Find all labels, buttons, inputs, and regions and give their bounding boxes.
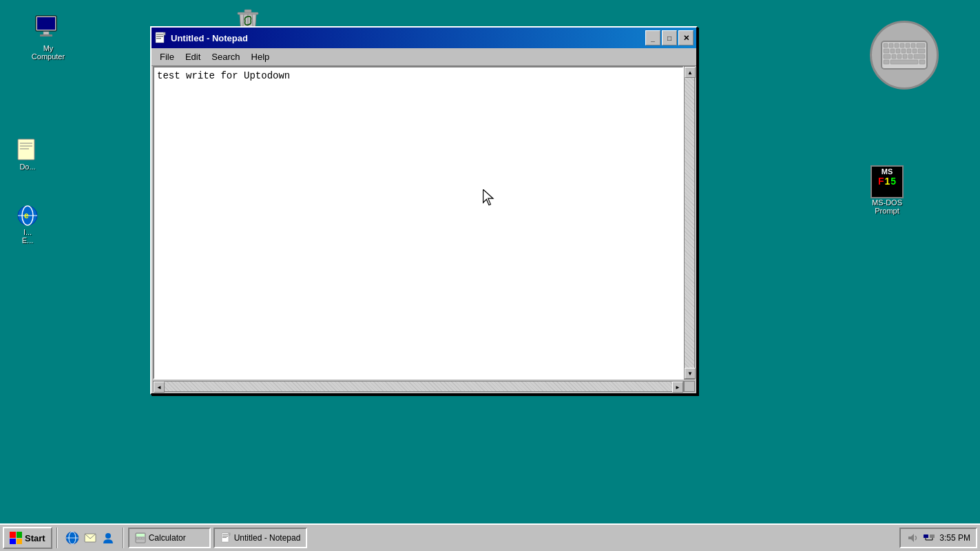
title-bar-buttons: _ □ ✕	[645, 30, 694, 45]
scroll-track-v	[685, 78, 694, 368]
svg-rect-55	[139, 537, 141, 539]
maximize-button[interactable]: □	[662, 30, 677, 45]
svg-rect-62	[924, 534, 928, 538]
start-label: Start	[25, 533, 45, 543]
svg-rect-22	[906, 43, 910, 48]
ie-small-icon	[65, 531, 79, 545]
menu-bar: File Edit Search Help	[152, 48, 696, 66]
menu-edit[interactable]: Edit	[180, 50, 206, 63]
quick-launch	[62, 529, 118, 547]
svg-rect-20	[895, 43, 899, 48]
svg-rect-18	[884, 43, 888, 48]
menu-search[interactable]: Search	[206, 50, 245, 63]
taskbar-notepad-button[interactable]: Untitled - Notepad	[213, 528, 308, 548]
taskbar-calculator-button[interactable]: Calculator	[128, 528, 211, 548]
svg-rect-32	[884, 54, 890, 59]
scrollbar-horizontal[interactable]: ◄ ►	[153, 381, 684, 392]
svg-rect-27	[896, 49, 900, 53]
scroll-right-button[interactable]: ►	[672, 382, 683, 393]
svg-rect-36	[908, 54, 913, 59]
svg-rect-43	[156, 36, 163, 37]
svg-rect-24	[917, 43, 925, 48]
svg-rect-61	[229, 533, 230, 535]
svg-rect-9	[18, 139, 34, 160]
svg-rect-39	[890, 60, 918, 64]
msdos-ms-text: MS	[882, 168, 893, 176]
ie-label: I...E...	[22, 228, 34, 245]
svg-rect-2	[43, 32, 49, 34]
documents-icon	[15, 138, 40, 163]
msdos-icon-img: MS F15	[870, 165, 904, 198]
calculator-icon	[135, 532, 146, 543]
start-button[interactable]: Start	[3, 527, 52, 549]
svg-rect-26	[890, 49, 895, 53]
svg-rect-1	[37, 17, 55, 30]
svg-rect-60	[222, 537, 227, 538]
svg-rect-45	[164, 32, 165, 35]
notepad-text: test write for Uptodown	[157, 70, 290, 81]
msdos-logo: F15	[878, 176, 896, 187]
svg-rect-28	[901, 49, 906, 53]
svg-rect-7	[238, 12, 258, 14]
ie-icon: e	[15, 203, 40, 228]
svg-rect-31	[918, 49, 925, 53]
svg-rect-8	[244, 10, 251, 12]
svg-rect-59	[222, 536, 228, 537]
mail-icon	[83, 531, 97, 545]
scrollbar-corner	[684, 381, 695, 392]
notepad-textarea[interactable]: test write for Uptodown	[153, 66, 684, 380]
title-bar: Untitled - Notepad _ □ ✕	[152, 28, 696, 48]
menu-file[interactable]: File	[154, 50, 180, 63]
taskbar: Start	[0, 523, 980, 551]
svg-rect-63	[930, 534, 935, 538]
quicklaunch-ie-icon[interactable]	[65, 530, 80, 545]
scrollbar-vertical[interactable]: ▲ ▼	[684, 66, 695, 380]
svg-rect-38	[884, 60, 889, 64]
desktop-icon-ie[interactable]: e I...E...	[7, 203, 48, 245]
svg-rect-40	[919, 60, 925, 64]
system-tray: 3:55 PM	[899, 528, 977, 548]
keyboard-svg	[880, 38, 928, 72]
svg-rect-35	[903, 54, 907, 59]
svg-point-51	[105, 533, 111, 539]
mycomputer-icon	[34, 14, 62, 41]
desktop-icon-msdos[interactable]: MS F15 MS-DOSPrompt	[856, 165, 918, 215]
minimize-button[interactable]: _	[645, 30, 660, 45]
quicklaunch-icon3[interactable]	[101, 530, 116, 545]
taskbar-divider-1	[56, 528, 58, 548]
title-bar-left: Untitled - Notepad	[154, 32, 248, 44]
svg-rect-33	[892, 54, 896, 59]
svg-rect-44	[156, 38, 161, 39]
desktop-icon-mycomputer[interactable]: MyComputer	[21, 14, 76, 61]
msdos-label: MS-DOSPrompt	[872, 198, 902, 215]
scroll-up-button[interactable]: ▲	[685, 67, 696, 78]
volume-icon[interactable]	[906, 532, 919, 544]
svg-rect-58	[222, 534, 228, 535]
svg-rect-30	[913, 49, 917, 53]
taskbar-divider-2	[123, 528, 124, 548]
keyboard-icon	[870, 21, 939, 90]
svg-rect-53	[136, 534, 145, 537]
scroll-track-h	[165, 382, 672, 391]
svg-rect-42	[156, 34, 163, 35]
desktop-icon-documents[interactable]: Do...	[7, 138, 48, 171]
notepad-taskbar-label: Untitled - Notepad	[234, 533, 301, 543]
svg-rect-19	[889, 43, 893, 48]
svg-rect-25	[884, 49, 889, 53]
calculator-label: Calculator	[149, 533, 186, 543]
close-button[interactable]: ✕	[678, 30, 694, 45]
svg-rect-23	[911, 43, 915, 48]
notepad-taskbar-icon	[220, 532, 231, 543]
desktop: MyComputer RecycleBin Do...	[0, 0, 980, 551]
menu-help[interactable]: Help	[246, 50, 275, 63]
quicklaunch-icon2[interactable]	[83, 530, 98, 545]
user-icon	[101, 531, 115, 545]
scroll-left-button[interactable]: ◄	[154, 382, 165, 393]
svg-text:e: e	[24, 211, 29, 220]
mycomputer-label: MyComputer	[32, 44, 65, 61]
svg-rect-54	[136, 537, 138, 539]
svg-rect-37	[914, 54, 925, 59]
svg-rect-29	[907, 49, 911, 53]
svg-rect-3	[40, 34, 52, 37]
scroll-down-button[interactable]: ▼	[685, 368, 696, 379]
